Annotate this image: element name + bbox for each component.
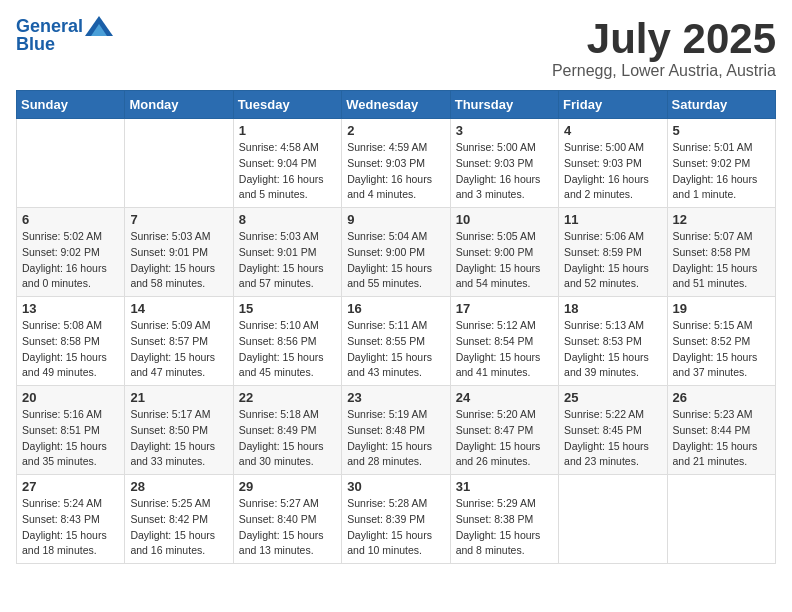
calendar-cell: 25Sunrise: 5:22 AMSunset: 8:45 PMDayligh…	[559, 386, 667, 475]
calendar-cell: 5Sunrise: 5:01 AMSunset: 9:02 PMDaylight…	[667, 119, 775, 208]
page-header: General Blue July 2025 Pernegg, Lower Au…	[16, 16, 776, 80]
calendar-cell: 27Sunrise: 5:24 AMSunset: 8:43 PMDayligh…	[17, 475, 125, 564]
calendar-cell: 6Sunrise: 5:02 AMSunset: 9:02 PMDaylight…	[17, 208, 125, 297]
day-number: 9	[347, 212, 444, 227]
day-info: Sunrise: 5:24 AMSunset: 8:43 PMDaylight:…	[22, 496, 119, 559]
day-number: 25	[564, 390, 661, 405]
calendar-cell: 19Sunrise: 5:15 AMSunset: 8:52 PMDayligh…	[667, 297, 775, 386]
day-info: Sunrise: 5:00 AMSunset: 9:03 PMDaylight:…	[564, 140, 661, 203]
day-number: 22	[239, 390, 336, 405]
calendar-cell: 18Sunrise: 5:13 AMSunset: 8:53 PMDayligh…	[559, 297, 667, 386]
day-info: Sunrise: 5:07 AMSunset: 8:58 PMDaylight:…	[673, 229, 770, 292]
day-number: 2	[347, 123, 444, 138]
weekday-header-thursday: Thursday	[450, 91, 558, 119]
day-number: 7	[130, 212, 227, 227]
day-info: Sunrise: 5:06 AMSunset: 8:59 PMDaylight:…	[564, 229, 661, 292]
day-info: Sunrise: 5:10 AMSunset: 8:56 PMDaylight:…	[239, 318, 336, 381]
day-number: 14	[130, 301, 227, 316]
day-number: 24	[456, 390, 553, 405]
day-info: Sunrise: 5:04 AMSunset: 9:00 PMDaylight:…	[347, 229, 444, 292]
calendar-cell: 21Sunrise: 5:17 AMSunset: 8:50 PMDayligh…	[125, 386, 233, 475]
calendar-cell: 3Sunrise: 5:00 AMSunset: 9:03 PMDaylight…	[450, 119, 558, 208]
day-number: 29	[239, 479, 336, 494]
day-info: Sunrise: 5:01 AMSunset: 9:02 PMDaylight:…	[673, 140, 770, 203]
title-block: July 2025 Pernegg, Lower Austria, Austri…	[552, 16, 776, 80]
calendar-cell: 15Sunrise: 5:10 AMSunset: 8:56 PMDayligh…	[233, 297, 341, 386]
calendar-cell: 20Sunrise: 5:16 AMSunset: 8:51 PMDayligh…	[17, 386, 125, 475]
calendar-cell: 29Sunrise: 5:27 AMSunset: 8:40 PMDayligh…	[233, 475, 341, 564]
day-info: Sunrise: 5:27 AMSunset: 8:40 PMDaylight:…	[239, 496, 336, 559]
weekday-header-wednesday: Wednesday	[342, 91, 450, 119]
day-number: 31	[456, 479, 553, 494]
calendar-week-row: 20Sunrise: 5:16 AMSunset: 8:51 PMDayligh…	[17, 386, 776, 475]
day-info: Sunrise: 5:28 AMSunset: 8:39 PMDaylight:…	[347, 496, 444, 559]
day-info: Sunrise: 5:22 AMSunset: 8:45 PMDaylight:…	[564, 407, 661, 470]
day-info: Sunrise: 5:17 AMSunset: 8:50 PMDaylight:…	[130, 407, 227, 470]
day-info: Sunrise: 4:59 AMSunset: 9:03 PMDaylight:…	[347, 140, 444, 203]
weekday-header-friday: Friday	[559, 91, 667, 119]
day-number: 21	[130, 390, 227, 405]
day-info: Sunrise: 5:18 AMSunset: 8:49 PMDaylight:…	[239, 407, 336, 470]
day-info: Sunrise: 5:16 AMSunset: 8:51 PMDaylight:…	[22, 407, 119, 470]
calendar-week-row: 1Sunrise: 4:58 AMSunset: 9:04 PMDaylight…	[17, 119, 776, 208]
day-number: 23	[347, 390, 444, 405]
calendar-cell: 9Sunrise: 5:04 AMSunset: 9:00 PMDaylight…	[342, 208, 450, 297]
day-number: 19	[673, 301, 770, 316]
day-number: 12	[673, 212, 770, 227]
calendar-cell: 22Sunrise: 5:18 AMSunset: 8:49 PMDayligh…	[233, 386, 341, 475]
calendar-cell: 13Sunrise: 5:08 AMSunset: 8:58 PMDayligh…	[17, 297, 125, 386]
day-number: 27	[22, 479, 119, 494]
day-number: 13	[22, 301, 119, 316]
calendar-cell: 30Sunrise: 5:28 AMSunset: 8:39 PMDayligh…	[342, 475, 450, 564]
calendar-cell: 10Sunrise: 5:05 AMSunset: 9:00 PMDayligh…	[450, 208, 558, 297]
calendar-cell	[667, 475, 775, 564]
calendar-cell: 12Sunrise: 5:07 AMSunset: 8:58 PMDayligh…	[667, 208, 775, 297]
day-info: Sunrise: 5:08 AMSunset: 8:58 PMDaylight:…	[22, 318, 119, 381]
day-number: 3	[456, 123, 553, 138]
calendar-header-row: SundayMondayTuesdayWednesdayThursdayFrid…	[17, 91, 776, 119]
day-info: Sunrise: 5:25 AMSunset: 8:42 PMDaylight:…	[130, 496, 227, 559]
day-number: 30	[347, 479, 444, 494]
location-subtitle: Pernegg, Lower Austria, Austria	[552, 62, 776, 80]
day-info: Sunrise: 5:15 AMSunset: 8:52 PMDaylight:…	[673, 318, 770, 381]
calendar-cell: 14Sunrise: 5:09 AMSunset: 8:57 PMDayligh…	[125, 297, 233, 386]
day-info: Sunrise: 5:12 AMSunset: 8:54 PMDaylight:…	[456, 318, 553, 381]
day-number: 28	[130, 479, 227, 494]
day-number: 26	[673, 390, 770, 405]
calendar-cell: 7Sunrise: 5:03 AMSunset: 9:01 PMDaylight…	[125, 208, 233, 297]
weekday-header-monday: Monday	[125, 91, 233, 119]
calendar-cell: 1Sunrise: 4:58 AMSunset: 9:04 PMDaylight…	[233, 119, 341, 208]
day-info: Sunrise: 5:05 AMSunset: 9:00 PMDaylight:…	[456, 229, 553, 292]
day-number: 8	[239, 212, 336, 227]
day-info: Sunrise: 5:09 AMSunset: 8:57 PMDaylight:…	[130, 318, 227, 381]
calendar-cell	[17, 119, 125, 208]
day-info: Sunrise: 5:19 AMSunset: 8:48 PMDaylight:…	[347, 407, 444, 470]
day-number: 1	[239, 123, 336, 138]
day-info: Sunrise: 5:03 AMSunset: 9:01 PMDaylight:…	[239, 229, 336, 292]
month-title: July 2025	[552, 16, 776, 62]
day-info: Sunrise: 5:23 AMSunset: 8:44 PMDaylight:…	[673, 407, 770, 470]
calendar-week-row: 27Sunrise: 5:24 AMSunset: 8:43 PMDayligh…	[17, 475, 776, 564]
calendar-cell: 31Sunrise: 5:29 AMSunset: 8:38 PMDayligh…	[450, 475, 558, 564]
calendar-cell: 24Sunrise: 5:20 AMSunset: 8:47 PMDayligh…	[450, 386, 558, 475]
day-info: Sunrise: 5:00 AMSunset: 9:03 PMDaylight:…	[456, 140, 553, 203]
calendar-cell: 23Sunrise: 5:19 AMSunset: 8:48 PMDayligh…	[342, 386, 450, 475]
day-number: 4	[564, 123, 661, 138]
calendar-cell: 17Sunrise: 5:12 AMSunset: 8:54 PMDayligh…	[450, 297, 558, 386]
calendar-cell: 28Sunrise: 5:25 AMSunset: 8:42 PMDayligh…	[125, 475, 233, 564]
day-number: 20	[22, 390, 119, 405]
weekday-header-saturday: Saturday	[667, 91, 775, 119]
calendar-cell: 2Sunrise: 4:59 AMSunset: 9:03 PMDaylight…	[342, 119, 450, 208]
calendar-cell: 4Sunrise: 5:00 AMSunset: 9:03 PMDaylight…	[559, 119, 667, 208]
day-number: 6	[22, 212, 119, 227]
day-info: Sunrise: 5:11 AMSunset: 8:55 PMDaylight:…	[347, 318, 444, 381]
logo-icon	[85, 16, 113, 36]
day-number: 18	[564, 301, 661, 316]
calendar-week-row: 13Sunrise: 5:08 AMSunset: 8:58 PMDayligh…	[17, 297, 776, 386]
calendar-cell	[125, 119, 233, 208]
calendar-cell: 26Sunrise: 5:23 AMSunset: 8:44 PMDayligh…	[667, 386, 775, 475]
calendar-cell	[559, 475, 667, 564]
weekday-header-tuesday: Tuesday	[233, 91, 341, 119]
day-number: 11	[564, 212, 661, 227]
day-number: 16	[347, 301, 444, 316]
